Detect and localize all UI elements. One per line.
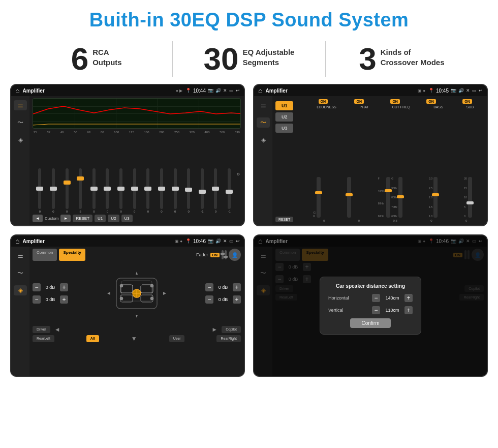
eq-slider-track-5[interactable] (92, 168, 96, 209)
eq-u3-button[interactable]: U3 (121, 215, 133, 222)
eq-handle-6[interactable] (104, 187, 111, 191)
crossover-handle-bass[interactable] (432, 193, 439, 196)
fader-plus-4[interactable]: + (233, 295, 241, 304)
crossover-sidebar-wave-icon[interactable]: 〜 (257, 117, 270, 128)
eq-handle-15[interactable] (226, 190, 233, 194)
eq-handle-8[interactable] (131, 187, 138, 191)
eq-slider-track-14[interactable] (214, 168, 217, 209)
fader-btn-rearleft[interactable]: RearLeft (33, 335, 54, 342)
fader-back-icon[interactable]: ↩ (236, 238, 240, 244)
eq-handle-11[interactable] (172, 187, 179, 191)
fader-minus-4[interactable]: − (205, 295, 213, 304)
eq-u2-button[interactable]: U2 (108, 215, 119, 222)
eq-prev-button[interactable]: ◄ (33, 215, 43, 222)
eq-handle-12[interactable] (185, 188, 192, 192)
fader-btn-copilot[interactable]: Copilot (222, 326, 241, 333)
fader-tab-specialty[interactable]: Specialty (59, 249, 85, 261)
crossover-slider-cutfreq[interactable] (386, 177, 390, 218)
crossover-on-bass[interactable]: ON (426, 99, 436, 104)
eq-sidebar-eq-icon[interactable]: ⚌ (14, 100, 27, 110)
fader-sidebar-wave-icon[interactable]: 〜 (14, 268, 27, 278)
eq-sidebar-wave-icon[interactable]: 〜 (14, 117, 27, 128)
crossover-handle-phat[interactable] (346, 193, 353, 196)
crossover-sidebar-eq-icon[interactable]: ⚌ (257, 100, 270, 110)
eq-play-button[interactable]: ► (60, 215, 71, 222)
crossover-on-phat[interactable]: ON (354, 99, 364, 104)
dialog-horizontal-minus[interactable]: − (372, 294, 380, 302)
dialog-horizontal-plus[interactable]: + (404, 294, 413, 302)
crossover-handle-sub[interactable] (466, 201, 474, 204)
eq-handle-1[interactable] (36, 187, 43, 191)
fader-plus-2[interactable]: + (60, 295, 68, 304)
crossover-slider-sub[interactable] (468, 177, 472, 218)
eq-home-icon[interactable]: ⌂ (15, 86, 19, 95)
fader-plus-3[interactable]: + (233, 283, 241, 291)
crossover-slider-phat[interactable] (347, 177, 351, 218)
crossover-slider-cutfreq-2[interactable] (398, 177, 402, 218)
eq-slider-track-4[interactable] (79, 168, 82, 209)
eq-slider-track-15[interactable] (228, 168, 231, 209)
crossover-handle-cutfreq-2[interactable] (397, 195, 404, 198)
eq-handle-14[interactable] (212, 187, 219, 191)
fader-user-icon[interactable]: 👤 (229, 249, 241, 261)
dialog-vertical-minus[interactable]: − (372, 306, 380, 314)
fader-left-arrow[interactable]: ◄ (52, 326, 63, 333)
eq-handle-3[interactable] (64, 181, 71, 185)
fader-mini-slider-2[interactable] (225, 250, 227, 259)
crossover-u2-button[interactable]: U2 (275, 112, 293, 122)
crossover-u1-button[interactable]: U1 (275, 101, 293, 110)
eq-handle-7[interactable] (117, 187, 124, 191)
eq-slider-track-1[interactable] (38, 168, 41, 209)
crossover-slider-loudness[interactable] (317, 177, 321, 218)
eq-slider-track-10[interactable] (160, 168, 163, 209)
crossover-reset-button[interactable]: RESET (275, 217, 293, 222)
eq-sidebar-speaker-icon[interactable]: ◈ (14, 135, 27, 145)
fader-btn-user[interactable]: User (169, 335, 185, 342)
fader-right-arrow[interactable]: ► (209, 326, 220, 333)
fader-mini-slider-1[interactable] (222, 250, 224, 259)
eq-handle-10[interactable] (158, 187, 165, 191)
fader-down-arrow[interactable]: ▼ (131, 335, 137, 342)
eq-more-icon[interactable]: » (236, 170, 240, 177)
fader-home-icon[interactable]: ⌂ (15, 237, 19, 245)
eq-back-icon[interactable]: ↩ (236, 88, 240, 93)
fader-minus-1[interactable]: − (33, 283, 41, 291)
eq-slider-track-8[interactable] (133, 168, 136, 209)
eq-reset-button[interactable]: RESET (73, 215, 92, 222)
eq-handle-5[interactable] (90, 187, 98, 191)
dialog-confirm-button[interactable]: Confirm (350, 318, 391, 328)
eq-u1-button[interactable]: U1 (95, 215, 106, 222)
crossover-slider-bass[interactable] (433, 177, 438, 218)
fader-tab-common[interactable]: Common (33, 249, 57, 261)
fader-btn-all[interactable]: All (86, 335, 99, 342)
eq-slider-track-9[interactable] (146, 168, 149, 209)
crossover-on-loudness[interactable]: ON (319, 99, 328, 104)
fader-on-badge[interactable]: ON (210, 253, 220, 257)
crossover-sidebar-speaker-icon[interactable]: ◈ (257, 135, 270, 145)
eq-slider-track-7[interactable] (119, 168, 122, 209)
eq-handle-2[interactable] (50, 187, 57, 191)
crossover-u3-button[interactable]: U3 (275, 124, 293, 133)
eq-slider-track-13[interactable] (201, 168, 204, 209)
fader-mini-handle-2[interactable] (224, 256, 228, 258)
crossover-handle-cutfreq[interactable] (385, 189, 392, 192)
crossover-handle-loudness[interactable] (315, 191, 322, 194)
fader-minus-2[interactable]: − (33, 295, 41, 304)
fader-sidebar-speaker-icon[interactable]: ◈ (14, 285, 27, 295)
eq-handle-4[interactable] (77, 176, 84, 181)
eq-slider-track-3[interactable] (66, 168, 69, 209)
fader-sidebar-eq-icon[interactable]: ⚌ (14, 251, 27, 261)
fader-btn-rearright[interactable]: RearRight (216, 335, 241, 342)
fader-minus-3[interactable]: − (205, 283, 213, 291)
fader-mini-handle-1[interactable] (221, 253, 225, 255)
eq-slider-track-11[interactable] (174, 168, 177, 209)
eq-handle-9[interactable] (144, 187, 151, 191)
dialog-vertical-plus[interactable]: + (404, 306, 413, 314)
crossover-on-sub[interactable]: ON (462, 99, 472, 104)
fader-btn-driver[interactable]: Driver (33, 326, 50, 333)
eq-slider-track-12[interactable] (187, 168, 190, 209)
eq-handle-13[interactable] (199, 190, 206, 194)
eq-slider-track-2[interactable] (52, 168, 55, 209)
crossover-home-icon[interactable]: ⌂ (258, 86, 262, 95)
crossover-on-cutfreq[interactable]: ON (390, 99, 400, 104)
